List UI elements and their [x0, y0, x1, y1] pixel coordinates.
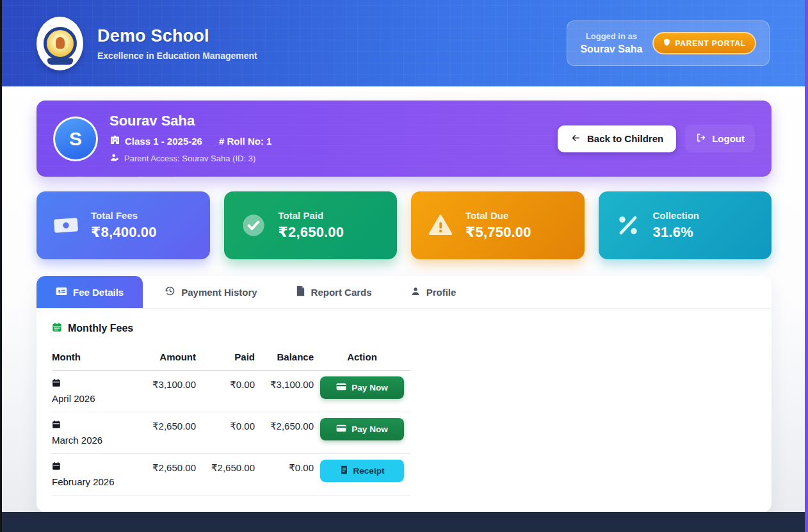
- footer-bar: [0, 512, 808, 532]
- parent-portal-badge[interactable]: PARENT PORTAL: [652, 32, 756, 54]
- table-row: March 2026 ₹2,650.00 ₹0.00 ₹2,650.00 Pay…: [52, 412, 410, 454]
- calendar-green-icon: [52, 322, 62, 335]
- credit-card-icon: [336, 424, 346, 434]
- logout-icon: [695, 133, 706, 145]
- tab-profile[interactable]: Profile: [394, 276, 473, 308]
- roll-info: # Roll No: 1: [219, 136, 272, 147]
- logged-in-user-name: Sourav Saha: [580, 44, 642, 55]
- scrollbar[interactable]: [805, 0, 808, 532]
- stat-card-total-fees: Total Fees ₹8,400.00: [36, 191, 210, 259]
- banknote-icon: [52, 211, 80, 239]
- table-header-row: Month Amount Paid Balance Action: [52, 346, 410, 371]
- stat-card-total-paid: Total Paid ₹2,650.00: [224, 191, 398, 259]
- stat-card-collection: Collection 31.6%: [599, 191, 772, 259]
- table-row: February 2026 ₹2,650.00 ₹2,650.00 ₹0.00 …: [52, 454, 410, 496]
- student-banner: S Sourav Saha Class 1 - 2025-26 # Roll N…: [36, 101, 772, 177]
- tab-bar: $ Fee Details Payment History Report Car…: [36, 276, 772, 309]
- back-arrow-icon: [570, 133, 581, 145]
- back-to-children-button[interactable]: Back to Children: [558, 125, 676, 152]
- monthly-fees-table: Month Amount Paid Balance Action April 2…: [52, 346, 410, 496]
- calendar-icon: [52, 462, 132, 472]
- brand-text: Demo School Excellence in Education Mana…: [97, 26, 257, 61]
- svg-text:$: $: [58, 289, 61, 294]
- tab-card: $ Fee Details Payment History Report Car…: [36, 276, 772, 512]
- percent-icon: [614, 211, 642, 239]
- shield-icon: [663, 38, 671, 49]
- check-circle-icon: [239, 211, 268, 239]
- stats-row: Total Fees ₹8,400.00 Total Paid ₹2,650.0…: [36, 191, 772, 259]
- fee-details-panel: Monthly Fees Month Amount Paid Balance A…: [36, 309, 772, 512]
- app-header: Demo School Excellence in Education Mana…: [0, 0, 808, 86]
- stat-card-total-due: Total Due ₹5,750.00: [411, 191, 585, 259]
- calendar-icon: [52, 378, 132, 389]
- school-name: Demo School: [97, 26, 257, 46]
- history-icon: [165, 286, 175, 298]
- pay-now-button[interactable]: Pay Now: [320, 418, 404, 440]
- parent-portal-badge-label: PARENT PORTAL: [675, 39, 746, 48]
- parent-access-info: Parent Access: Sourav Saha (ID: 3): [124, 154, 255, 163]
- pay-now-button[interactable]: Pay Now: [320, 376, 404, 399]
- window-left-edge: [0, 0, 2, 532]
- tab-payment-history[interactable]: Payment History: [148, 276, 273, 308]
- school-building-icon: [109, 134, 120, 147]
- receipt-icon: [340, 465, 348, 477]
- credit-card-icon: [336, 383, 346, 392]
- tab-report-cards[interactable]: Report Cards: [279, 276, 389, 308]
- school-tagline: Excellence in Education Management: [97, 51, 257, 61]
- student-name: Sourav Saha: [109, 113, 558, 129]
- logout-button[interactable]: Logout: [685, 125, 755, 152]
- profile-icon: [410, 286, 421, 298]
- login-info-box: Logged in as Sourav Saha PARENT PORTAL: [567, 20, 770, 66]
- brand: Demo School Excellence in Education Mana…: [36, 17, 257, 70]
- tab-fee-details[interactable]: $ Fee Details: [36, 276, 143, 308]
- report-icon: [296, 286, 305, 298]
- school-emblem-icon: [44, 27, 77, 60]
- warning-triangle-icon: [426, 211, 455, 239]
- logged-in-as-label: Logged in as: [586, 31, 637, 41]
- main-content: S Sourav Saha Class 1 - 2025-26 # Roll N…: [0, 86, 808, 512]
- fee-card-icon: $: [56, 286, 67, 298]
- table-row: April 2026 ₹3,100.00 ₹0.00 ₹3,100.00 Pay…: [52, 371, 410, 412]
- calendar-icon: [52, 420, 132, 431]
- parent-user-icon: [109, 152, 120, 165]
- receipt-button[interactable]: Receipt: [320, 460, 404, 482]
- student-avatar: S: [53, 117, 98, 161]
- monthly-fees-heading: Monthly Fees: [52, 322, 756, 335]
- school-logo: [36, 17, 83, 70]
- class-info: Class 1 - 2025-26: [125, 136, 202, 147]
- parent-portal-page: Demo School Excellence in Education Mana…: [0, 0, 808, 532]
